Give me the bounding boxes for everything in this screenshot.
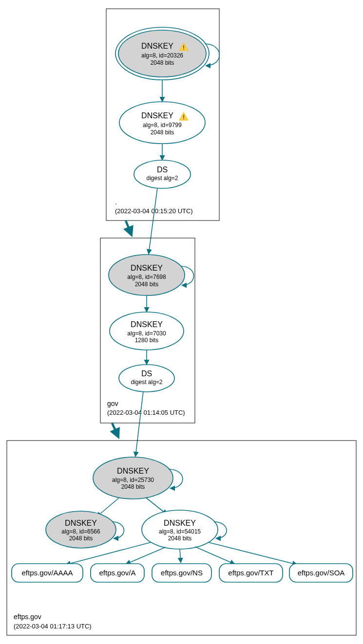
svg-text:DNSKEY: DNSKEY — [141, 42, 173, 50]
zone-eftps-label: eftps.gov — [14, 613, 41, 621]
node-eftps-key-6566: DNSKEY alg=8, id=6566 2048 bits — [46, 511, 116, 548]
node-root-ksk: DNSKEY ! alg=8, id=20326 2048 bits — [115, 27, 209, 80]
node-gov-ksk: DNSKEY alg=8, id=7698 2048 bits — [109, 255, 185, 295]
root-ds-alg: digest alg=2 — [146, 175, 178, 182]
gov-ds-title: DS — [141, 369, 152, 378]
node-root-ds: DS digest alg=2 — [134, 160, 191, 188]
eftps-6566-bits: 2048 bits — [69, 535, 93, 542]
node-eftps-zsk: DNSKEY alg=8, id=54015 2048 bits — [142, 510, 218, 549]
zone-root-label: . — [115, 198, 117, 206]
node-eftps-ksk: DNSKEY alg=8, id=25730 2048 bits — [93, 457, 173, 499]
root-zsk-title: DNSKEY — [141, 111, 173, 120]
eftps-6566-alg: alg=8, id=6566 — [61, 528, 100, 535]
eftps-6566-title: DNSKEY — [65, 519, 97, 527]
root-ksk-alg: alg=8, id=20326 — [141, 52, 183, 59]
eftps-zsk-alg: alg=8, id=54015 — [159, 528, 201, 535]
svg-point-12 — [119, 365, 174, 392]
gov-zsk-bits: 1280 bits — [135, 337, 159, 344]
edge-root-to-gov-delegation — [126, 221, 132, 235]
eftps-ksk-alg: alg=8, id=25730 — [112, 477, 154, 483]
svg-text:!: ! — [183, 114, 185, 121]
svg-text:eftps.gov/SOA: eftps.gov/SOA — [298, 569, 345, 577]
gov-zsk-title: DNSKEY — [131, 320, 163, 329]
gov-zsk-alg: alg=8, id=7030 — [127, 330, 166, 337]
rr-aaaa: eftps.gov/AAAA — [12, 564, 83, 582]
gov-ksk-alg: alg=8, id=7698 — [127, 274, 166, 280]
svg-text:eftps.gov/TXT: eftps.gov/TXT — [228, 569, 273, 577]
eftps-ksk-bits: 2048 bits — [121, 483, 145, 490]
node-gov-zsk: DNSKEY alg=8, id=7030 1280 bits — [110, 312, 184, 350]
node-gov-ds: DS digest alg=2 — [119, 365, 174, 392]
zone-root: . (2022-03-04 00:15:20 UTC) DNSKEY ! alg… — [106, 9, 219, 221]
svg-text:DNSKEY: DNSKEY — [141, 111, 173, 120]
gov-ksk-bits: 2048 bits — [135, 281, 159, 288]
zone-gov: gov (2022-03-04 01:14:05 UTC) DNSKEY alg… — [100, 238, 195, 423]
gov-ds-alg: digest alg=2 — [131, 379, 162, 386]
zone-eftps-timestamp: (2022-03-04 01:17:13 UTC) — [14, 623, 92, 630]
gov-ksk-title: DNSKEY — [131, 264, 163, 272]
rr-soa: eftps.gov/SOA — [289, 564, 353, 582]
rr-a: eftps.gov/A — [91, 564, 144, 582]
root-zsk-bits: 2048 bits — [151, 129, 174, 136]
root-ds-title: DS — [157, 166, 168, 174]
svg-point-8 — [134, 160, 191, 188]
zone-eftps: eftps.gov (2022-03-04 01:17:13 UTC) DNSK… — [7, 441, 356, 635]
svg-text:eftps.gov/A: eftps.gov/A — [99, 569, 135, 577]
node-root-zsk: DNSKEY ! alg=8, id=9799 2048 bits — [119, 102, 205, 144]
zone-gov-timestamp: (2022-03-04 01:14:05 UTC) — [107, 409, 185, 416]
edge-gov-ds-to-eftps-ksk — [135, 391, 143, 457]
eftps-zsk-bits: 2048 bits — [168, 535, 192, 542]
svg-text:eftps.gov/AAAA: eftps.gov/AAAA — [21, 569, 73, 577]
eftps-ksk-title: DNSKEY — [117, 467, 149, 475]
svg-text:!: ! — [183, 44, 185, 51]
root-ksk-bits: 2048 bits — [151, 59, 174, 66]
zone-gov-label: gov — [107, 400, 118, 407]
root-zsk-alg: alg=8, id=9799 — [143, 122, 182, 129]
rr-txt: eftps.gov/TXT — [219, 564, 283, 582]
root-ksk-title: DNSKEY — [141, 42, 173, 50]
edge-gov-to-eftps-delegation — [112, 423, 118, 437]
svg-text:eftps.gov/NS: eftps.gov/NS — [161, 569, 203, 577]
eftps-zsk-title: DNSKEY — [164, 519, 196, 527]
rr-ns: eftps.gov/NS — [152, 564, 211, 582]
edge-root-ds-to-gov-ksk — [149, 188, 157, 254]
